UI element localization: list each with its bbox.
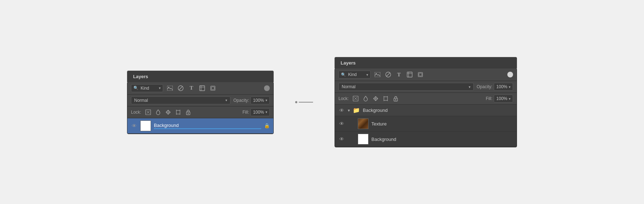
circle-slash-icon[interactable] [384, 71, 392, 79]
fill-label: Fill: [243, 110, 249, 115]
lock-artboard-icon[interactable] [174, 108, 182, 116]
right-fill-section: Fill: 100% ▾ [486, 95, 513, 103]
main-container: Layers 🔍 Kind ▾ T [127, 57, 517, 147]
fill-value: 100% [496, 96, 507, 101]
visibility-icon[interactable]: 👁 [131, 123, 137, 129]
right-opacity-input[interactable]: 100% ▾ [494, 83, 513, 91]
right-panel-wrapper: Layers 🔍 Kind ▾ T [335, 57, 517, 147]
kind-label: Kind [348, 72, 364, 77]
right-opacity-section: Opacity: 100% ▾ [477, 83, 513, 91]
lock-move-icon[interactable] [164, 108, 172, 116]
lock-all-icon[interactable] [184, 108, 192, 116]
right-layers-list: 👁 ▾ 📁 Background 👁 Texture 👁 [335, 105, 517, 147]
left-blend-dropdown[interactable]: Normal ▾ [131, 96, 230, 104]
lock-label: Lock: [131, 110, 141, 115]
lock-artboard-icon[interactable] [382, 95, 390, 103]
left-layer-background[interactable]: 👁 Background 🔒 [127, 118, 273, 134]
lock-pixels-icon[interactable] [352, 95, 360, 103]
smart-object-icon[interactable] [416, 71, 424, 79]
right-tab-label: Layers [341, 60, 356, 66]
connector-dot [295, 101, 297, 103]
opacity-label: Opacity: [477, 84, 492, 89]
left-panel: 🔍 Kind ▾ T [127, 82, 274, 134]
fill-value: 100% [253, 110, 264, 115]
svg-rect-23 [407, 72, 412, 77]
layer-name: Background [154, 123, 261, 129]
visibility-icon[interactable]: 👁 [338, 121, 345, 127]
svg-rect-27 [419, 73, 422, 76]
filter-circle[interactable] [264, 85, 270, 91]
lock-pixels-icon[interactable] [144, 108, 152, 116]
left-panel-tab[interactable]: Layers [127, 71, 274, 82]
chevron-down-icon: ▾ [159, 86, 161, 90]
opacity-chevron-icon: ▾ [265, 98, 267, 102]
right-kind-dropdown[interactable]: 🔍 Kind ▾ [338, 71, 371, 79]
folder-icon: 📁 [353, 107, 360, 114]
texture-thumbnail [358, 118, 369, 129]
shape-icon[interactable] [198, 84, 206, 92]
fill-label: Fill: [486, 96, 493, 101]
left-tab-label: Layers [133, 74, 148, 79]
kind-label: Kind [141, 86, 157, 91]
opacity-chevron-icon: ▾ [509, 85, 511, 89]
layer-lock-icon: 🔒 [264, 123, 270, 128]
left-fill-input[interactable]: 100% ▾ [250, 108, 270, 116]
opacity-label: Opacity: [233, 98, 249, 103]
right-panel-tab[interactable]: Layers [335, 57, 517, 68]
group-name: Background [363, 108, 513, 113]
lock-label: Lock: [338, 96, 349, 101]
lock-paint-icon[interactable] [362, 95, 370, 103]
left-fill-section: Fill: 100% ▾ [243, 108, 270, 116]
lock-move-icon[interactable] [372, 95, 380, 103]
blend-chevron-icon: ▾ [469, 85, 470, 89]
background-thumbnail [358, 134, 369, 144]
background-name: Background [371, 137, 513, 142]
left-kind-dropdown[interactable]: 🔍 Kind ▾ [131, 84, 163, 92]
right-layer-group-background[interactable]: 👁 ▾ 📁 Background [335, 105, 517, 116]
right-layer-texture[interactable]: 👁 Texture [335, 116, 517, 132]
svg-rect-12 [176, 110, 180, 114]
left-lock-icons [144, 108, 192, 116]
image-icon[interactable] [166, 84, 174, 92]
svg-rect-4 [200, 86, 205, 91]
right-lock-row: Lock: [335, 93, 517, 105]
right-lock-icons [352, 95, 400, 103]
lock-all-icon[interactable] [392, 95, 400, 103]
chevron-down-icon: ▾ [366, 73, 368, 77]
layer-thumbnail [140, 120, 151, 131]
right-fill-input[interactable]: 100% ▾ [494, 95, 513, 103]
svg-rect-8 [211, 87, 214, 90]
left-blend-row: Normal ▾ Opacity: 100% ▾ [127, 95, 273, 106]
left-toolbar-row1: 🔍 Kind ▾ T [127, 82, 273, 95]
texture-name: Texture [371, 121, 513, 127]
visibility-icon[interactable]: 👁 [338, 108, 345, 113]
blend-mode-label: Normal [342, 84, 467, 89]
right-toolbar-row1: 🔍 Kind ▾ T [335, 68, 517, 81]
svg-point-18 [187, 113, 189, 114]
fill-chevron-icon: ▾ [509, 97, 511, 101]
text-icon[interactable]: T [395, 71, 403, 79]
search-icon: 🔍 [341, 72, 346, 77]
search-icon: 🔍 [133, 86, 138, 90]
right-layer-background[interactable]: 👁 Background [335, 132, 517, 147]
svg-line-3 [179, 86, 182, 90]
right-blend-row: Normal ▾ Opacity: 100% ▾ [335, 81, 517, 93]
left-panel-wrapper: Layers 🔍 Kind ▾ T [127, 70, 274, 134]
left-layers-list: 👁 Background 🔒 [127, 118, 273, 134]
svg-rect-31 [384, 97, 387, 100]
left-opacity-section: Opacity: 100% ▾ [233, 96, 270, 104]
shape-icon[interactable] [406, 71, 414, 79]
right-blend-dropdown[interactable]: Normal ▾ [338, 83, 474, 91]
visibility-icon[interactable]: 👁 [338, 136, 345, 142]
fill-chevron-icon: ▾ [265, 110, 267, 114]
lock-paint-icon[interactable] [154, 108, 162, 116]
left-opacity-input[interactable]: 100% ▾ [250, 96, 270, 104]
filter-circle[interactable] [507, 72, 513, 77]
connector-dash [299, 102, 313, 103]
text-icon[interactable]: T [187, 84, 195, 92]
smart-object-icon[interactable] [209, 84, 217, 92]
image-icon[interactable] [374, 71, 381, 79]
connector [295, 101, 313, 103]
circle-slash-icon[interactable] [177, 84, 185, 92]
opacity-value: 100% [496, 84, 507, 89]
